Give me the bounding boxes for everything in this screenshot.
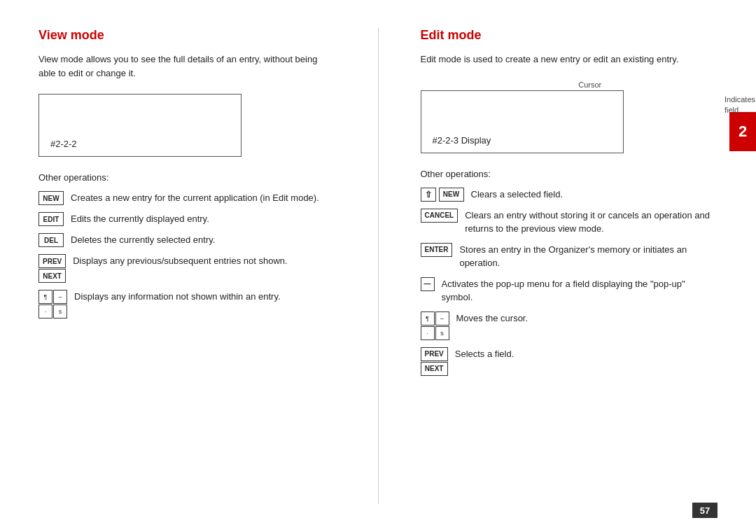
new-key: NEW [38, 191, 64, 205]
arrow-down-right: s [53, 304, 67, 318]
indicates-label: Indicates the selected field. [724, 94, 756, 116]
op-desc-new: Creates a new entry for the current appl… [71, 191, 336, 205]
edit-key: EDIT [38, 212, 64, 226]
op-desc-prevnext-right: Selects a field. [455, 347, 718, 361]
op-row-prevnext: PREV NEXT Displays any previous/subseque… [38, 254, 336, 283]
op-row-arrows-right: ¶ – · s Moves the cursor. [421, 312, 718, 340]
op-row-arrows: ¶ – · s Displays any information not sho… [38, 290, 336, 318]
arrow-down-left: · [38, 304, 52, 318]
op-desc-arrows: Displays any information not shown withi… [74, 290, 336, 304]
prevnext-keys: PREV NEXT [38, 254, 66, 283]
new-key-right: NEW [439, 188, 464, 202]
shift-new-keys: ⇧ NEW [421, 188, 464, 202]
arrow-keys-right: ¶ – · s [421, 312, 449, 340]
op-row-shift-new: ⇧ NEW Clears a selected field. [421, 188, 718, 202]
arrow-r-down-left: · [421, 326, 435, 340]
view-mode-description: View mode allows you to see the full det… [38, 52, 336, 80]
op-desc-enter: Stores an entry in the Organizer's memor… [459, 243, 718, 270]
column-divider [378, 28, 379, 504]
view-mode-display-text: #2-2-2 [50, 139, 77, 149]
cancel-key: CANCEL [421, 209, 458, 223]
edit-mode-display-text: #2-2-3 Display [433, 135, 491, 146]
arrow-r-down-right: s [435, 326, 449, 340]
op-desc-edit: Edits the currently displayed entry. [71, 212, 336, 226]
edit-mode-title: Edit mode [421, 28, 718, 43]
cursor-label: Cursor [463, 80, 718, 89]
op-desc-dash: Activates the pop-up menu for a field di… [442, 277, 718, 304]
op-desc-cancel: Clears an entry without storing it or ca… [465, 209, 718, 236]
right-column: Edit mode Edit mode is used to create a … [400, 28, 718, 504]
next-key: NEXT [38, 269, 66, 283]
op-desc-del: Deletes the currently selected entry. [71, 233, 336, 247]
prevnext-keys-right: PREV NEXT [421, 347, 448, 376]
page-number: 57 [692, 503, 718, 518]
edit-mode-display-wrapper: Cursor #2-2-3 Display Indicates the sele… [421, 80, 718, 153]
dash-key: — [421, 277, 435, 291]
view-mode-display-box: #2-2-2 [38, 94, 241, 157]
enter-key: ENTER [421, 243, 453, 257]
op-row-del: DEL Deletes the currently selected entry… [38, 233, 336, 247]
op-desc-prevnext: Displays any previous/subsequent entries… [73, 254, 335, 268]
del-key: DEL [38, 233, 64, 247]
left-column: View mode View mode allows you to see th… [38, 28, 357, 504]
main-content: View mode View mode allows you to see th… [0, 0, 756, 532]
op-row-new: NEW Creates a new entry for the current … [38, 191, 336, 205]
op-row-dash: — Activates the pop-up menu for a field … [421, 277, 718, 304]
edit-mode-description: Edit mode is used to create a new entry … [421, 52, 718, 66]
op-row-edit: EDIT Edits the currently displayed entry… [38, 212, 336, 226]
shift-key: ⇧ [421, 188, 436, 202]
prev-key-right: PREV [421, 347, 448, 361]
next-key-right: NEXT [421, 362, 448, 376]
page-container: 2 View mode View mode allows you to see … [0, 0, 756, 532]
side-tab: 2 [729, 0, 756, 532]
op-desc-arrows-right: Moves the cursor. [456, 312, 718, 326]
view-mode-operations-title: Other operations: [38, 172, 336, 183]
arrow-keys: ¶ – · s [38, 290, 67, 318]
arrow-r-up-left: ¶ [421, 312, 435, 326]
arrow-up-left: ¶ [38, 290, 52, 304]
edit-mode-display-box: #2-2-3 Display [421, 90, 624, 153]
edit-mode-operations-title: Other operations: [421, 169, 718, 179]
view-mode-title: View mode [38, 28, 336, 43]
arrow-up-right: – [53, 290, 67, 304]
op-row-enter: ENTER Stores an entry in the Organizer's… [421, 243, 718, 270]
arrow-r-up-right: – [435, 312, 449, 326]
op-row-prevnext-right: PREV NEXT Selects a field. [421, 347, 718, 376]
prev-key: PREV [38, 254, 66, 268]
op-desc-shift-new: Clears a selected field. [471, 188, 718, 202]
op-row-cancel: CANCEL Clears an entry without storing i… [421, 209, 718, 236]
tab-number: 2 [729, 112, 756, 151]
